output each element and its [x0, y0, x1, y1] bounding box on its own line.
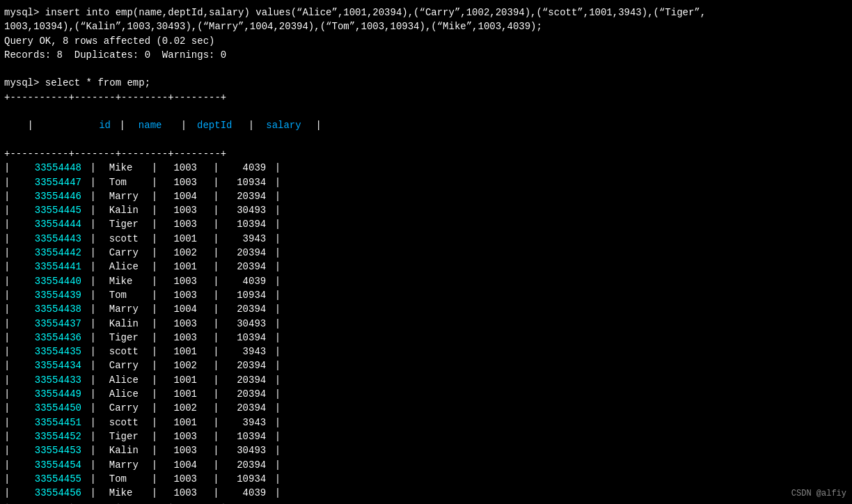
cell-salary: 20394	[219, 359, 275, 372]
cell-id: 33554440	[10, 274, 90, 288]
cell-deptid: 1003	[157, 443, 213, 457]
cell-id: 33554456	[10, 486, 90, 500]
cell-deptid: 1002	[157, 246, 213, 260]
cell-id: 33554446	[10, 189, 90, 203]
cell-salary: 10394	[219, 331, 275, 345]
cell-name: Alice	[96, 387, 152, 401]
cell-name: Tiger	[96, 331, 152, 345]
cell-id: 33554443	[10, 232, 90, 246]
cell-name: Mike	[96, 486, 152, 500]
cell-name: Marry	[96, 189, 152, 203]
table-row: | 33554451 | scott | 1001 | 3943 |	[4, 416, 848, 430]
table-row: | 33554447 | Tom | 1003 | 10934 |	[4, 175, 848, 189]
cell-name: Tom	[96, 472, 152, 486]
cell-id: 33554441	[10, 260, 90, 274]
table-row: | 33554456 | Mike | 1003 | 4039 |	[4, 486, 848, 500]
cell-deptid: 1003	[157, 217, 213, 231]
table-row: | 33554440 | Mike | 1003 | 4039 |	[4, 274, 848, 288]
cell-id: 33554434	[10, 359, 90, 372]
cell-deptid: 1003	[157, 274, 213, 288]
cell-deptid: 1001	[157, 387, 213, 401]
table-row: | 33554439 | Tom | 1003 | 10934 |	[4, 288, 848, 302]
cell-name: Kalin	[96, 443, 152, 457]
cell-id: 33554451	[10, 416, 90, 430]
table-row: | 33554455 | Tom | 1003 | 10934 |	[4, 472, 848, 486]
insert-command-line2: 1003,10394),(“Kalin”,1003,30493),(“Marry…	[4, 19, 848, 33]
cell-name: scott	[96, 416, 152, 430]
cell-name: Mike	[96, 274, 152, 288]
cell-deptid: 1001	[157, 345, 213, 359]
cell-deptid: 1001	[157, 260, 213, 274]
cell-id: 33554444	[10, 217, 90, 231]
table-separator-top: +----------+-------+--------+--------+	[4, 90, 848, 104]
table-row: | 33554434 | Carry | 1002 | 20394 |	[4, 359, 848, 372]
table-row: | 33554436 | Tiger | 1003 | 10394 |	[4, 331, 848, 345]
cell-id: 33554448	[10, 161, 90, 175]
cell-deptid: 1003	[157, 203, 213, 217]
cell-deptid: 1004	[157, 458, 213, 472]
cell-id: 33554450	[10, 401, 90, 415]
cell-id: 33554433	[10, 373, 90, 387]
table-row: | 33554449 | Alice | 1001 | 20394 |	[4, 387, 848, 401]
cell-name: Carry	[96, 246, 152, 260]
cell-name: Alice	[96, 260, 152, 274]
table-row: | 33554453 | Kalin | 1003 | 30493 |	[4, 443, 848, 457]
insert-command-line1: mysql> insert into emp(name,deptId,salar…	[4, 6, 848, 19]
blank-line	[4, 62, 848, 76]
cell-name: Tiger	[96, 217, 152, 231]
watermark: CSDN @alfiy	[791, 489, 846, 498]
cell-name: Tom	[96, 175, 152, 189]
cell-id: 33554455	[10, 472, 90, 486]
cell-deptid: 1004	[157, 302, 213, 316]
cell-salary: 30493	[219, 317, 275, 331]
records-line: Records: 8 Duplicates: 0 Warnings: 0	[4, 48, 848, 62]
cell-id: 33554439	[10, 288, 90, 302]
table-body: | 33554448 | Mike | 1003 | 4039 || 33554…	[4, 161, 848, 500]
cell-name: scott	[96, 232, 152, 246]
cell-id: 33554435	[10, 345, 90, 359]
table-separator-bottom: +----------+-------+--------+--------+	[4, 500, 848, 504]
cell-deptid: 1002	[157, 401, 213, 415]
cell-salary: 30493	[219, 443, 275, 457]
table-row: | 33554443 | scott | 1001 | 3943 |	[4, 232, 848, 246]
cell-name: Tom	[96, 288, 152, 302]
cell-id: 33554454	[10, 458, 90, 472]
cell-salary: 3943	[219, 232, 275, 246]
cell-salary: 30493	[219, 203, 275, 217]
cell-name: Tiger	[96, 430, 152, 443]
terminal: mysql> insert into emp(name,deptId,salar…	[0, 0, 852, 504]
cell-name: Kalin	[96, 317, 152, 331]
cell-deptid: 1004	[157, 189, 213, 203]
cell-salary: 4039	[219, 274, 275, 288]
cell-salary: 20394	[219, 302, 275, 316]
col-salary-header: salary	[254, 118, 310, 132]
table-row: | 33554444 | Tiger | 1003 | 10394 |	[4, 217, 848, 231]
cell-id: 33554442	[10, 246, 90, 260]
cell-id: 33554453	[10, 443, 90, 457]
cell-id: 33554449	[10, 387, 90, 401]
cell-deptid: 1001	[157, 416, 213, 430]
table-row: | 33554438 | Marry | 1004 | 20394 |	[4, 302, 848, 316]
cell-salary: 20394	[219, 246, 275, 260]
cell-name: Carry	[96, 359, 152, 372]
cell-name: Mike	[96, 161, 152, 175]
cell-salary: 4039	[219, 161, 275, 175]
cell-name: Alice	[96, 373, 152, 387]
cell-deptid: 1003	[157, 486, 213, 500]
cell-deptid: 1003	[157, 288, 213, 302]
table-row: | 33554435 | scott | 1001 | 3943 |	[4, 345, 848, 359]
table-row: | 33554450 | Carry | 1002 | 20394 |	[4, 401, 848, 415]
cell-id: 33554437	[10, 317, 90, 331]
table-row: | 33554441 | Alice | 1001 | 20394 |	[4, 260, 848, 274]
cell-id: 33554438	[10, 302, 90, 316]
cell-name: scott	[96, 345, 152, 359]
cell-deptid: 1003	[157, 430, 213, 443]
cell-id: 33554445	[10, 203, 90, 217]
table-row: | 33554445 | Kalin | 1003 | 30493 |	[4, 203, 848, 217]
cell-salary: 4039	[219, 486, 275, 500]
cell-deptid: 1003	[157, 317, 213, 331]
table-row: | 33554446 | Marry | 1004 | 20394 |	[4, 189, 848, 203]
cell-deptid: 1003	[157, 331, 213, 345]
cell-name: Kalin	[96, 203, 152, 217]
cell-salary: 20394	[219, 401, 275, 415]
